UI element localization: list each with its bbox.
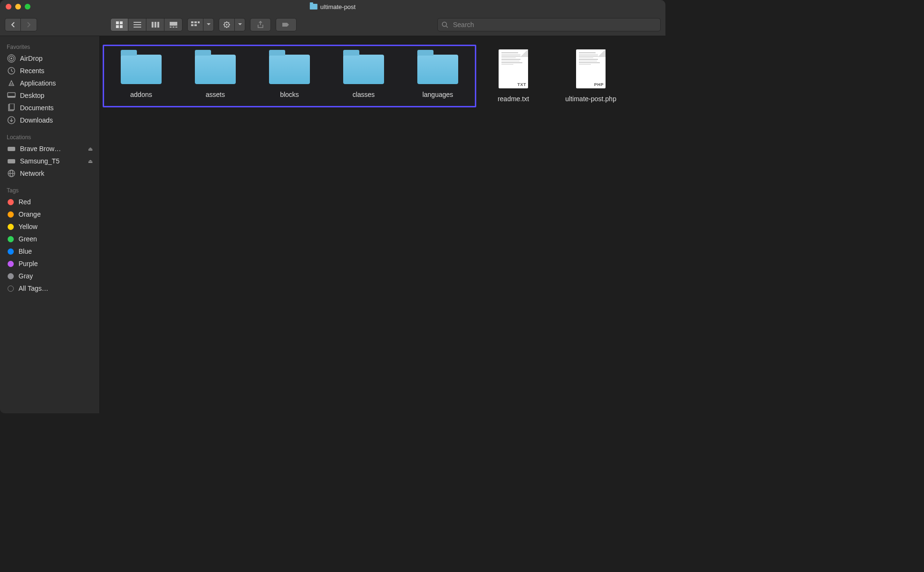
txt-file-icon: TXT bbox=[499, 49, 528, 88]
eject-icon[interactable]: ⏏ bbox=[88, 146, 93, 152]
tag-dot-icon bbox=[8, 261, 14, 267]
sidebar-item-downloads[interactable]: Downloads bbox=[0, 114, 99, 126]
network-icon bbox=[7, 170, 16, 177]
sidebar-item-label: Orange bbox=[19, 210, 41, 218]
back-button[interactable] bbox=[5, 18, 21, 31]
tag-dot-icon bbox=[8, 273, 14, 279]
chevron-down-icon bbox=[207, 23, 211, 26]
chevron-right-icon bbox=[27, 21, 31, 28]
toolbar bbox=[0, 13, 665, 36]
list-icon bbox=[134, 22, 141, 28]
folder-item[interactable]: classes bbox=[327, 46, 401, 106]
forward-button[interactable] bbox=[21, 18, 37, 31]
sidebar-tag-green[interactable]: Green bbox=[0, 233, 99, 245]
file-item[interactable]: PHP ultimate-post.php bbox=[550, 45, 631, 107]
chevron-down-icon bbox=[238, 23, 242, 26]
sidebar-item-label: Downloads bbox=[20, 116, 53, 124]
arrange-group-button[interactable] bbox=[187, 18, 214, 31]
sidebar-section-favorites: Favorites bbox=[0, 41, 99, 52]
folder-item[interactable]: blocks bbox=[252, 46, 327, 106]
svg-rect-4 bbox=[134, 22, 141, 23]
sidebar-tag-red[interactable]: Red bbox=[0, 196, 99, 208]
folder-icon bbox=[121, 55, 162, 84]
tag-dot-icon bbox=[8, 236, 14, 242]
share-icon bbox=[257, 21, 264, 29]
share-button[interactable] bbox=[250, 18, 271, 31]
tag-icon bbox=[281, 22, 291, 28]
close-window-button[interactable] bbox=[6, 4, 11, 10]
eject-icon[interactable]: ⏏ bbox=[88, 158, 93, 164]
list-view-button[interactable] bbox=[128, 18, 146, 31]
sidebar-tag-blue[interactable]: Blue bbox=[0, 245, 99, 257]
window-title-text: ultimate-post bbox=[320, 3, 356, 10]
svg-rect-29 bbox=[10, 104, 14, 110]
column-view-button[interactable] bbox=[146, 18, 164, 31]
sidebar-item-label: Samsung_T5 bbox=[20, 157, 59, 165]
tag-all-icon bbox=[8, 286, 14, 292]
item-label: languages bbox=[423, 91, 453, 98]
folder-icon bbox=[269, 55, 310, 84]
sidebar-item-network[interactable]: Network bbox=[0, 167, 99, 180]
svg-rect-31 bbox=[8, 147, 15, 151]
sidebar-item-recents[interactable]: Recents bbox=[0, 65, 99, 77]
sidebar-section-locations: Locations bbox=[0, 131, 99, 143]
item-row: addons assets blocks classes bbox=[103, 45, 663, 107]
applications-icon bbox=[7, 79, 16, 87]
svg-point-20 bbox=[226, 24, 228, 26]
sidebar-tag-purple[interactable]: Purple bbox=[0, 257, 99, 270]
sidebar-item-desktop[interactable]: Desktop bbox=[0, 89, 99, 102]
svg-rect-2 bbox=[116, 25, 119, 28]
sidebar-item-label: Desktop bbox=[20, 92, 44, 99]
sidebar-item-label: Applications bbox=[20, 79, 56, 87]
minimize-window-button[interactable] bbox=[15, 4, 21, 10]
search-field[interactable] bbox=[437, 18, 661, 31]
desktop-icon bbox=[7, 92, 16, 99]
file-item[interactable]: TXT readme.txt bbox=[476, 45, 550, 107]
sidebar-section-tags: Tags bbox=[0, 184, 99, 196]
action-menu-button[interactable] bbox=[219, 18, 245, 31]
sidebar-item-airdrop[interactable]: AirDrop bbox=[0, 52, 99, 65]
titlebar: ultimate-post bbox=[0, 0, 665, 13]
svg-rect-14 bbox=[191, 21, 193, 23]
nav-buttons bbox=[5, 18, 37, 31]
sidebar-item-label: AirDrop bbox=[20, 55, 42, 62]
sidebar-tag-all[interactable]: All Tags… bbox=[0, 282, 99, 295]
item-label: addons bbox=[130, 91, 152, 98]
sidebar-item-documents[interactable]: Documents bbox=[0, 102, 99, 114]
chevron-left-icon bbox=[10, 21, 15, 28]
sidebar-item-brave[interactable]: Brave Brow… ⏏ bbox=[0, 143, 99, 155]
finder-window: ultimate-post bbox=[0, 0, 665, 413]
sidebar-tag-orange[interactable]: Orange bbox=[0, 208, 99, 220]
icon-view-button[interactable] bbox=[110, 18, 128, 31]
folder-icon bbox=[417, 55, 458, 84]
sidebar-item-samsung[interactable]: Samsung_T5 ⏏ bbox=[0, 155, 99, 167]
svg-rect-8 bbox=[154, 22, 156, 28]
svg-rect-17 bbox=[191, 24, 193, 26]
folder-item[interactable]: assets bbox=[178, 46, 252, 106]
folder-icon bbox=[310, 4, 318, 10]
file-badge: PHP bbox=[594, 82, 604, 87]
svg-rect-10 bbox=[170, 22, 177, 26]
svg-rect-27 bbox=[8, 96, 15, 97]
sidebar-item-label: Network bbox=[20, 170, 44, 177]
body: Favorites AirDrop Recents Applications D… bbox=[0, 36, 665, 413]
grid-icon bbox=[116, 21, 123, 29]
sidebar-item-applications[interactable]: Applications bbox=[0, 77, 99, 89]
tag-dot-icon bbox=[8, 199, 14, 205]
gallery-icon bbox=[170, 22, 177, 28]
content-area[interactable]: addons assets blocks classes bbox=[100, 36, 665, 413]
folder-item[interactable]: addons bbox=[104, 46, 178, 106]
sidebar-tag-gray[interactable]: Gray bbox=[0, 270, 99, 282]
sidebar-tag-yellow[interactable]: Yellow bbox=[0, 220, 99, 233]
folder-item[interactable]: languages bbox=[401, 46, 475, 106]
gallery-view-button[interactable] bbox=[164, 18, 183, 31]
fullscreen-window-button[interactable] bbox=[25, 4, 30, 10]
window-title: ultimate-post bbox=[310, 3, 356, 10]
tags-button[interactable] bbox=[276, 18, 297, 31]
svg-rect-11 bbox=[170, 27, 172, 28]
item-label: readme.txt bbox=[498, 95, 529, 103]
sidebar-item-label: Gray bbox=[19, 272, 33, 280]
svg-point-22 bbox=[10, 57, 12, 59]
search-input[interactable] bbox=[437, 18, 661, 31]
tag-dot-icon bbox=[8, 248, 14, 255]
